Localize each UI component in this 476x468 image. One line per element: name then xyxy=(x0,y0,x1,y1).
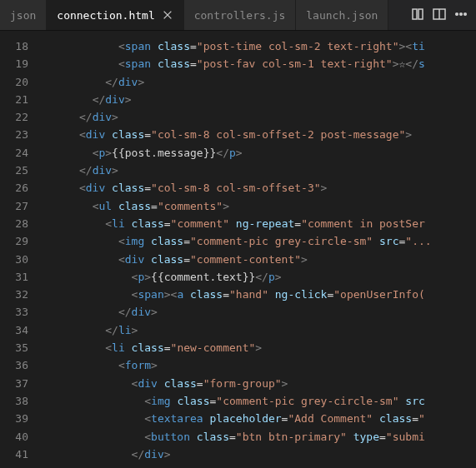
tab-bar: json connection.html controllers.js laun… xyxy=(0,0,476,31)
code-line: <div class="comment-content"> xyxy=(40,251,476,268)
code-line: </div> xyxy=(40,303,476,321)
line-number-gutter: 1819202122232425262728293031323334353637… xyxy=(0,31,40,468)
code-line: <p>{{post.message}}</p> xyxy=(40,144,476,162)
svg-rect-1 xyxy=(418,9,423,19)
tab-connection-html[interactable]: connection.html xyxy=(47,0,183,30)
line-number: 32 xyxy=(0,286,40,303)
editor-actions xyxy=(403,0,476,30)
code-line: <p>{{comment.text}}</p> xyxy=(40,268,476,286)
tab-label: controllers.js xyxy=(194,9,286,22)
line-number: 24 xyxy=(0,144,40,162)
code-line: <span class="post-time col-sm-2 text-rig… xyxy=(40,37,476,55)
svg-point-5 xyxy=(460,12,463,15)
tab-launch-json[interactable]: launch.json xyxy=(296,0,388,30)
line-number: 34 xyxy=(0,321,40,339)
line-number: 18 xyxy=(0,37,40,55)
code-line: </div> xyxy=(40,446,476,463)
tab-label: json xyxy=(10,9,36,22)
line-number: 25 xyxy=(0,162,40,179)
code-line: </div> xyxy=(40,73,476,91)
code-area[interactable]: <span class="post-time col-sm-2 text-rig… xyxy=(40,31,476,468)
line-number: 20 xyxy=(0,73,40,91)
line-number: 40 xyxy=(0,428,40,446)
tab-json[interactable]: json xyxy=(0,0,47,30)
code-line: </div> xyxy=(40,108,476,126)
svg-point-6 xyxy=(464,12,467,15)
line-number: 33 xyxy=(0,303,40,321)
code-line: <div class="form-group"> xyxy=(40,375,476,392)
code-line: <img class="comment-pic grey-circle-sm" … xyxy=(40,392,476,410)
code-line: </div> xyxy=(40,91,476,108)
split-editor-icon[interactable] xyxy=(433,7,446,23)
code-line: <textarea placeholder="Add Comment" clas… xyxy=(40,410,476,427)
tab-controllers-js[interactable]: controllers.js xyxy=(184,0,297,30)
line-number: 23 xyxy=(0,126,40,143)
code-line: </li> xyxy=(40,321,476,339)
code-line: <li class="new-comment"> xyxy=(40,339,476,356)
tab-label: launch.json xyxy=(306,9,378,22)
svg-point-4 xyxy=(456,12,458,15)
line-number: 31 xyxy=(0,268,40,286)
line-number: 19 xyxy=(0,55,40,72)
close-icon[interactable] xyxy=(162,9,173,21)
code-line: <form> xyxy=(40,356,476,374)
line-number: 36 xyxy=(0,356,40,374)
line-number: 41 xyxy=(0,446,40,463)
line-number: 30 xyxy=(0,251,40,268)
tab-label: connection.html xyxy=(57,9,154,22)
editor: 1819202122232425262728293031323334353637… xyxy=(0,31,476,468)
line-number: 28 xyxy=(0,215,40,232)
code-line: <li class="comment" ng-repeat="comment i… xyxy=(40,215,476,232)
code-line: </div> xyxy=(40,162,476,179)
code-line: <span class="post-fav col-sm-1 text-righ… xyxy=(40,55,476,72)
line-number: 21 xyxy=(0,91,40,108)
code-line: <button class="btn btn-primary" type="su… xyxy=(40,428,476,446)
line-number: 37 xyxy=(0,375,40,392)
line-number: 39 xyxy=(0,410,40,427)
code-line: <div class="col-sm-8 col-sm-offset-2 pos… xyxy=(40,126,476,143)
svg-rect-0 xyxy=(413,9,417,19)
line-number: 26 xyxy=(0,179,40,197)
code-line: <ul class="comments"> xyxy=(40,197,476,215)
code-line: <span><a class="hand" ng-click="openUser… xyxy=(40,286,476,303)
code-line: <img class="comment-pic grey-circle-sm" … xyxy=(40,232,476,250)
code-line: <div class="col-sm-8 col-sm-offset-3"> xyxy=(40,179,476,197)
tab-spacer xyxy=(388,0,403,30)
more-icon[interactable] xyxy=(454,7,468,23)
line-number: 22 xyxy=(0,108,40,126)
line-number: 38 xyxy=(0,392,40,410)
diff-icon[interactable] xyxy=(411,7,424,23)
line-number: 27 xyxy=(0,197,40,215)
line-number: 35 xyxy=(0,339,40,356)
line-number: 29 xyxy=(0,232,40,250)
